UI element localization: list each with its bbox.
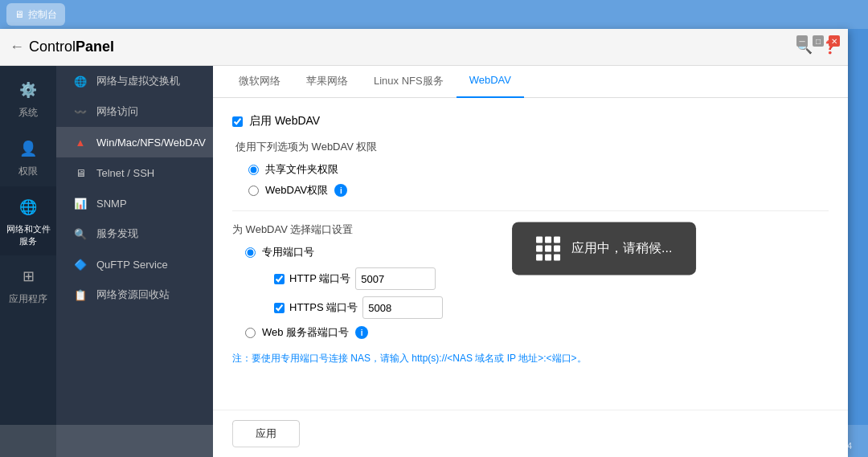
apps-icon: ⊞ [15,263,41,289]
nav-item-telnet-ssh[interactable]: 🖥 Telnet / SSH [56,157,217,188]
http-port-checkbox[interactable] [274,274,285,284]
loading-dot-7 [536,254,542,260]
https-port-checkbox[interactable] [274,303,285,313]
shared-folder-radio[interactable] [248,165,259,175]
permissions-icon: 👤 [15,136,41,161]
content-area: ⚙️ 系统 👤 权限 🌐 网络和文件 服务 ⊞ 应用程序 [0,66,848,457]
tab-nfs[interactable]: Linux NFS服务 [361,66,457,98]
web-server-port-radio[interactable] [245,328,256,338]
https-port-input[interactable] [362,296,443,319]
win-mac-icon: ▲ [72,134,88,150]
tab-webdav[interactable]: WebDAV [457,66,524,98]
loading-dot-1 [536,236,542,243]
title-bar: ← ControlPanel 🔍 ❓ [0,29,848,66]
taskbar-label: 控制台 [28,8,57,22]
network-virtual-icon: 🌐 [72,73,88,89]
enable-webdav-checkbox[interactable] [232,116,243,127]
maximize-button[interactable]: □ [813,35,824,47]
dedicated-port-radio[interactable] [245,247,256,258]
loading-dot-3 [554,236,560,243]
shared-folder-label: 共享文件夹权限 [265,162,338,177]
https-port-label: HTTPS 端口号 [289,300,358,315]
back-button[interactable]: ← [10,39,24,55]
enable-webdav-label: 启用 WebDAV [249,114,320,129]
http-port-input[interactable] [355,267,436,290]
sidebar-wrapper: ⚙️ 系统 👤 权限 🌐 网络和文件 服务 ⊞ 应用程序 [0,66,213,457]
taskbar-bottom-icon-2[interactable]: ⊗ [428,431,441,451]
taskbar-top: 🖥 控制台 [0,0,868,29]
controlpanel-icon: 🖥 [14,9,24,20]
webdav-permission-info-icon[interactable]: i [334,184,347,197]
tabs: 微软网络 苹果网络 Linux NFS服务 WebDAV [213,66,848,98]
loading-dot-9 [554,254,560,260]
telnet-icon: 🖥 [72,165,88,181]
nav-item-network-access[interactable]: 〰️ 网络访问 [56,96,217,127]
http-port-label: HTTP 端口号 [289,271,350,286]
close-button[interactable]: ✕ [829,35,840,47]
window-controls: ─ □ ✕ [796,35,840,47]
service-discovery-icon: 🔍 [72,226,88,242]
main-window: ─ □ ✕ ← ControlPanel 🔍 ❓ ⚙️ 系统 [0,29,848,457]
sidebar-item-permissions[interactable]: 👤 权限 [0,128,56,186]
nav-item-win-mac-nfs[interactable]: ▲ Win/Mac/NFS/WebDAV [56,127,217,157]
system-icon: ⚙️ [15,77,41,103]
quftp-icon: 🔷 [72,256,88,272]
network-icon: 🌐 [15,194,41,220]
loading-dot-2 [545,236,551,243]
loading-dot-6 [554,245,560,251]
nav-item-network-recycle[interactable]: 📋 网络资源回收站 [56,280,217,310]
loading-dot-4 [536,245,542,251]
window-title: ControlPanel [29,39,114,55]
sidebar-right: 🌐 网络与虚拟交换机 〰️ 网络访问 ▲ Win/Mac/NFS/WebDAV … [56,66,217,457]
nav-item-network-virtual[interactable]: 🌐 网络与虚拟交换机 [56,66,217,96]
taskbar-bottom: ⊕ ⊗ ⊙ [0,425,868,457]
loading-message: 应用中，请稍候... [571,240,672,257]
section-divider [232,210,829,211]
enable-webdav-row: 启用 WebDAV [232,114,829,129]
web-server-port-label: Web 服务器端口号 [262,325,349,340]
sidebar-left: ⚙️ 系统 👤 权限 🌐 网络和文件 服务 ⊞ 应用程序 [0,66,56,457]
taskbar-bottom-icon-1[interactable]: ⊕ [398,431,411,451]
sidebar-item-apps[interactable]: ⊞ 应用程序 [0,255,56,314]
shared-folder-row: 共享文件夹权限 [248,162,829,177]
webdav-panel: 启用 WebDAV 使用下列选项为 WebDAV 权限 共享文件夹权限 WebD… [213,98,848,410]
snmp-icon: 📊 [72,195,88,211]
permission-label: 使用下列选项为 WebDAV 权限 [235,140,829,154]
permission-radio-group: 共享文件夹权限 WebDAV权限 i [248,162,829,198]
web-server-info-icon[interactable]: i [355,326,368,339]
web-server-port-row: Web 服务器端口号 i [245,325,829,340]
nav-item-service-discovery[interactable]: 🔍 服务发现 [56,218,217,249]
minimize-button[interactable]: ─ [796,35,808,47]
date-display: 2022/09/4 [813,441,852,451]
main-panel: 微软网络 苹果网络 Linux NFS服务 WebDAV 启用 WebDAV [213,66,848,457]
note-text: 注：要使用专用端口号连接 NAS，请输入 http(s)://<NAS 域名或 … [232,351,829,366]
taskbar-bottom-icon-3[interactable]: ⊙ [457,431,471,451]
loading-grid-icon [536,236,560,260]
sidebar: ⚙️ 系统 👤 权限 🌐 网络和文件 服务 ⊞ 应用程序 [0,66,213,457]
sidebar-item-network[interactable]: 🌐 网络和文件 服务 [0,186,56,255]
https-port-row: HTTPS 端口号 [274,296,829,319]
loading-dot-8 [545,254,551,260]
loading-dot-5 [545,245,551,251]
taskbar-item-controlpanel[interactable]: 🖥 控制台 [6,3,65,26]
network-access-icon: 〰️ [72,104,88,120]
network-recycle-icon: 📋 [72,287,88,303]
tab-smb[interactable]: 微软网络 [226,66,293,98]
webdav-permission-row: WebDAV权限 i [248,183,829,198]
nav-item-snmp[interactable]: 📊 SNMP [56,188,217,218]
nav-item-quftp[interactable]: 🔷 QuFTP Service [56,249,217,280]
webdav-permission-label: WebDAV权限 [265,183,328,198]
tab-afp[interactable]: 苹果网络 [293,66,361,98]
webdav-permission-radio[interactable] [248,186,259,196]
sidebar-item-system[interactable]: ⚙️ 系统 [0,69,56,128]
dedicated-port-label: 专用端口号 [262,245,314,259]
loading-overlay: 应用中，请稍候... [512,222,696,275]
